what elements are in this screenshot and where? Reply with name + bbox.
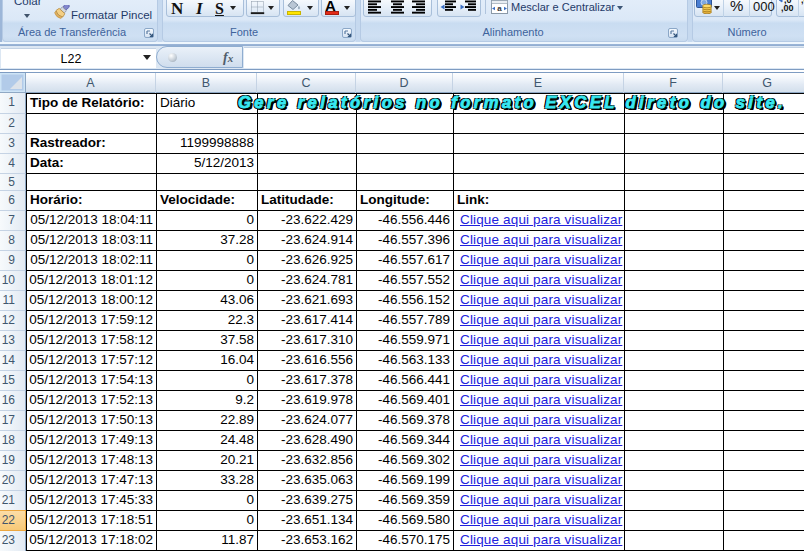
svg-text:a: a [497,4,502,13]
